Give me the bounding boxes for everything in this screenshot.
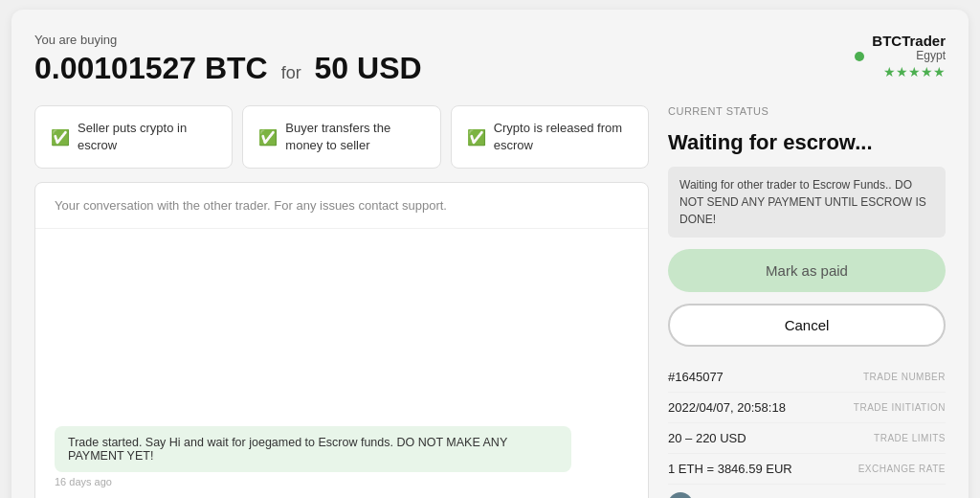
status-warning: Waiting for other trader to Escrow Funds…	[668, 167, 946, 238]
step-1: ✅ Seller puts crypto in escrow	[34, 105, 233, 169]
trader-online-dot	[855, 52, 864, 61]
step-2-label: Buyer transfers the money to seller	[285, 120, 424, 154]
step-3-icon: ✅	[467, 128, 486, 147]
trade-details: #1645077 TRADE NUMBER 2022/04/07, 20:58:…	[668, 362, 946, 498]
chat-message-time: 16 days ago	[55, 476, 629, 487]
step-1-label: Seller puts crypto in escrow	[78, 120, 216, 154]
trade-number-label: TRADE NUMBER	[863, 372, 946, 382]
trader-name: BTCTrader	[872, 33, 946, 49]
mark-paid-button[interactable]: Mark as paid	[668, 249, 946, 292]
payment-avatar: a	[668, 492, 693, 498]
main-container: You are buying 0.00101527 BTC for 50 USD…	[11, 10, 969, 498]
trade-limits-value: 20 – 220 USD	[668, 431, 746, 445]
chat-message-bubble: Trade started. Say Hi and wait for joega…	[55, 426, 571, 472]
current-status-label: CURRENT STATUS	[668, 105, 946, 117]
exchange-rate-value: 1 ETH = 3846.59 EUR	[668, 462, 792, 476]
trade-amount: 0.00101527 BTC for 50 USD	[34, 51, 422, 86]
trade-number-value: #1645077	[668, 370, 724, 384]
step-2: ✅ Buyer transfers the money to seller	[242, 105, 440, 169]
chat-messages: Trade started. Say Hi and wait for joega…	[35, 229, 648, 498]
header-right: BTCTrader Egypt ★★★★★	[855, 33, 946, 79]
trade-initiation-value: 2022/04/07, 20:58:18	[668, 400, 786, 415]
for-text: for	[277, 63, 306, 82]
trader-stars: ★★★★★	[872, 64, 946, 79]
right-panel: CURRENT STATUS Waiting for escrow... Wai…	[668, 105, 946, 498]
fiat-amount: 50 USD	[315, 51, 422, 85]
left-panel: ✅ Seller puts crypto in escrow ✅ Buyer t…	[34, 105, 649, 498]
trade-initiation-label: TRADE INITIATION	[854, 402, 946, 413]
cancel-button[interactable]: Cancel	[668, 304, 946, 347]
exchange-rate-row: 1 ETH = 3846.59 EUR EXCHANGE RATE	[668, 454, 946, 485]
trade-initiation-row: 2022/04/07, 20:58:18 TRADE INITIATION	[668, 393, 946, 423]
trader-country: Egypt	[872, 49, 946, 62]
status-title: Waiting for escrow...	[668, 130, 946, 155]
payment-method-row: a PAYMENT METHOD	[668, 485, 946, 498]
trade-limits-row: 20 – 220 USD TRADE LIMITS	[668, 423, 946, 454]
trader-info: BTCTrader Egypt ★★★★★	[872, 33, 946, 79]
crypto-amount: 0.00101527 BTC	[34, 51, 268, 85]
buying-label: You are buying	[34, 33, 422, 47]
chat-header: Your conversation with the other trader.…	[35, 183, 648, 229]
step-3-label: Crypto is released from escrow	[494, 120, 633, 154]
step-2-icon: ✅	[258, 128, 278, 147]
exchange-rate-label: EXCHANGE RATE	[858, 464, 946, 474]
trade-number-row: #1645077 TRADE NUMBER	[668, 362, 946, 393]
step-1-icon: ✅	[51, 128, 70, 147]
main-content: ✅ Seller puts crypto in escrow ✅ Buyer t…	[34, 105, 946, 498]
header: You are buying 0.00101527 BTC for 50 USD…	[34, 33, 946, 86]
chat-message: Trade started. Say Hi and wait for joega…	[55, 426, 629, 487]
steps: ✅ Seller puts crypto in escrow ✅ Buyer t…	[34, 105, 649, 169]
chat-area: Your conversation with the other trader.…	[34, 182, 649, 498]
step-3: ✅ Crypto is released from escrow	[451, 105, 649, 169]
trade-limits-label: TRADE LIMITS	[874, 433, 946, 443]
header-left: You are buying 0.00101527 BTC for 50 USD	[34, 33, 422, 86]
